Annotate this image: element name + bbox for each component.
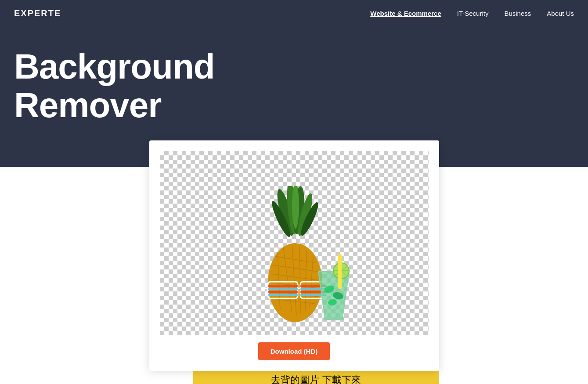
- cocktail-glass: [318, 254, 349, 320]
- download-button[interactable]: Download (HD): [258, 342, 330, 360]
- image-preview: [160, 151, 429, 335]
- subject-image: [228, 186, 360, 335]
- page-wrapper: Background Remover: [0, 26, 588, 384]
- svg-rect-42: [338, 254, 342, 289]
- nav-item-website-ecommerce[interactable]: Website & Ecommerce: [370, 10, 441, 17]
- svg-rect-26: [268, 291, 298, 293]
- bottom-section: Download (HD) ←點選「Download」將完成 去背的圖片 下載下…: [0, 167, 588, 384]
- svg-rect-24: [268, 285, 298, 287]
- svg-rect-43: [324, 317, 344, 320]
- hero-title: Background Remover: [14, 47, 574, 125]
- image-card: Download (HD): [149, 140, 439, 371]
- annotation-line2: 去背的圖片 下載下來: [271, 374, 361, 384]
- download-row: Download (HD): [160, 342, 429, 360]
- svg-rect-27: [268, 294, 298, 296]
- nav: Website & Ecommerce IT-Security Business…: [370, 10, 574, 17]
- svg-rect-25: [268, 288, 298, 290]
- pineapple-leaves: [269, 186, 321, 239]
- nav-item-business[interactable]: Business: [504, 10, 531, 17]
- header: EXPERTE Website & Ecommerce IT-Security …: [0, 0, 588, 26]
- pineapple-body: [268, 243, 322, 322]
- logo: EXPERTE: [14, 8, 61, 18]
- nav-item-it-security[interactable]: IT-Security: [457, 10, 489, 17]
- nav-item-about-us[interactable]: About Us: [547, 10, 574, 17]
